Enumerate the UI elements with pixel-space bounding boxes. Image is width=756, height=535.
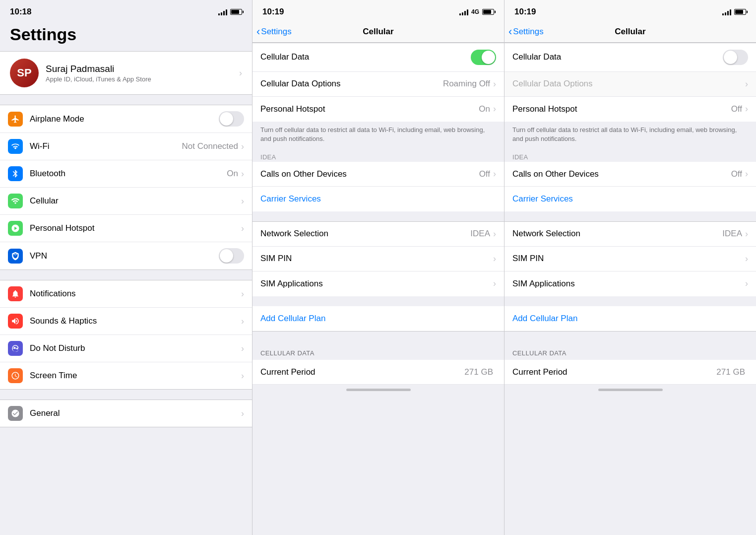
4g-badge: 4G [471, 8, 479, 15]
bluetooth-chevron: › [241, 169, 244, 179]
profile-subtitle: Apple ID, iCloud, iTunes & App Store [46, 75, 239, 83]
settings-row-dnd[interactable]: Do Not Disturb › [0, 335, 252, 362]
carrier-services-row-2[interactable]: Carrier Services [252, 187, 504, 211]
airplane-icon [8, 112, 23, 127]
status-icons-3 [722, 8, 746, 15]
cellular-data-toggle-2[interactable] [471, 50, 496, 65]
settings-row-cellular[interactable]: Cellular › [0, 188, 252, 215]
vpn-icon [8, 249, 23, 264]
profile-chevron: › [239, 68, 242, 78]
cellular-data-row-2[interactable]: Cellular Data [252, 43, 504, 72]
sim-pin-row-2[interactable]: SIM PIN › [252, 247, 504, 271]
status-bar-1: 10:18 [0, 0, 252, 21]
bluetooth-label: Bluetooth [30, 169, 227, 179]
personal-hotspot-row-2[interactable]: Personal Hotspot On › [252, 97, 504, 122]
network-sel-label-3: Network Selection [512, 229, 722, 239]
calls-other-row-2[interactable]: Calls on Other Devices Off › [252, 162, 504, 187]
cellular-scroll-3[interactable]: Cellular Data Cellular Data Options › Pe… [504, 43, 756, 535]
profile-name: Suraj Padmasali [46, 64, 239, 74]
current-period-label-3: Current Period [512, 367, 716, 377]
add-plan-row-2[interactable]: Add Cellular Plan [252, 306, 504, 331]
phone-settings: 10:18 Settings SP Suraj Padmasali Apple … [0, 0, 252, 535]
cellular-data-label-2: Cellular Data [260, 52, 471, 62]
sim-pin-label-2: SIM PIN [260, 254, 493, 264]
airplane-label: Airplane Mode [30, 114, 219, 124]
settings-row-wifi[interactable]: Wi-Fi Not Connected › [0, 133, 252, 160]
personal-hotspot-row-3[interactable]: Personal Hotspot Off › [504, 97, 756, 122]
settings-row-general[interactable]: General › [0, 400, 252, 427]
settings-row-bluetooth[interactable]: Bluetooth On › [0, 160, 252, 188]
hotspot-label: Personal Hotspot [30, 223, 241, 233]
settings-row-airplane[interactable]: Airplane Mode [0, 105, 252, 133]
vpn-toggle[interactable] [219, 248, 244, 264]
idea-label-2: IDEA [252, 149, 504, 162]
back-button-3[interactable]: ‹ Settings [508, 26, 544, 37]
hotspot-value-3: Off [731, 104, 742, 114]
calls-other-row-3[interactable]: Calls on Other Devices Off › [504, 162, 756, 187]
network-sel-value-2: IDEA [470, 229, 490, 239]
status-time-2: 10:19 [262, 7, 284, 17]
cellular-info-text-2: Turn off cellular data to restrict all d… [252, 122, 504, 149]
hotspot-value-2: On [479, 104, 490, 114]
settings-row-screentime[interactable]: Screen Time › [0, 362, 252, 389]
hotspot-row-label-2: Personal Hotspot [260, 104, 479, 114]
add-plan-row-3[interactable]: Add Cellular Plan [504, 306, 756, 331]
carrier-services-label-2[interactable]: Carrier Services [260, 194, 321, 204]
calls-other-chevron-2: › [493, 169, 496, 179]
settings-row-hotspot[interactable]: Personal Hotspot › [0, 215, 252, 242]
cellular-options-value-2: Roaming Off [443, 79, 490, 89]
screentime-icon [8, 368, 23, 383]
nav-title-2: Cellular [363, 27, 393, 37]
calls-other-chevron-3: › [745, 169, 748, 179]
cellular-scroll-2[interactable]: Cellular Data Cellular Data Options Roam… [252, 43, 504, 535]
airplane-toggle[interactable] [219, 111, 244, 127]
sim-apps-row-3[interactable]: SIM Applications › [504, 271, 756, 296]
sim-apps-row-2[interactable]: SIM Applications › [252, 271, 504, 296]
general-icon [8, 406, 23, 421]
carrier-services-row-3[interactable]: Carrier Services [504, 187, 756, 211]
cellular-label: Cellular [30, 196, 241, 206]
status-time-1: 10:18 [10, 7, 31, 17]
idea-label-3: IDEA [504, 149, 756, 162]
profile-row[interactable]: SP Suraj Padmasali Apple ID, iCloud, iTu… [0, 51, 252, 95]
network-selection-row-2[interactable]: Network Selection IDEA › [252, 222, 504, 247]
dnd-label: Do Not Disturb [30, 343, 241, 353]
settings-row-vpn[interactable]: VPN [0, 242, 252, 269]
wifi-label: Wi-Fi [30, 141, 182, 151]
add-plan-label-3[interactable]: Add Cellular Plan [512, 314, 577, 324]
calls-other-label-2: Calls on Other Devices [260, 169, 479, 179]
screentime-label: Screen Time [30, 371, 241, 381]
current-period-row-2: Current Period 271 GB [252, 360, 504, 385]
home-indicator-3 [598, 389, 663, 391]
home-indicator-2 [346, 389, 411, 391]
status-time-3: 10:19 [514, 7, 536, 17]
settings-group-system: Notifications › Sounds & Haptics › Do No… [0, 280, 252, 390]
nav-title-3: Cellular [615, 27, 645, 37]
bluetooth-icon [8, 166, 23, 181]
cellular-data-toggle-3[interactable] [723, 50, 748, 65]
hotspot-chevron: › [241, 223, 244, 234]
cellular-data-section-label-2: CELLULAR DATA [252, 346, 504, 360]
status-bar-3: 10:19 [504, 0, 756, 21]
cellular-data-options-row-2[interactable]: Cellular Data Options Roaming Off › [252, 72, 504, 97]
battery-icon-3 [734, 9, 746, 15]
back-button-2[interactable]: ‹ Settings [256, 26, 292, 37]
add-plan-label-2[interactable]: Add Cellular Plan [260, 314, 325, 324]
network-selection-row-3[interactable]: Network Selection IDEA › [504, 222, 756, 247]
carrier-services-label-3[interactable]: Carrier Services [512, 194, 573, 204]
cellular-data-row-3[interactable]: Cellular Data [504, 43, 756, 72]
settings-row-notifications[interactable]: Notifications › [0, 280, 252, 308]
cellular-data-options-row-3[interactable]: Cellular Data Options › [504, 72, 756, 97]
status-bar-2: 10:19 4G [252, 0, 504, 21]
nav-bar-2: ‹ Settings Cellular [252, 21, 504, 43]
settings-row-sounds[interactable]: Sounds & Haptics › [0, 308, 252, 335]
sim-apps-label-2: SIM Applications [260, 279, 493, 289]
cellular-options-chevron-2: › [493, 79, 496, 89]
nav-bar-3: ‹ Settings Cellular [504, 21, 756, 43]
calls-other-value-2: Off [479, 169, 490, 179]
calls-other-label-3: Calls on Other Devices [512, 169, 731, 179]
network-sel-value-3: IDEA [722, 229, 742, 239]
sim-pin-row-3[interactable]: SIM PIN › [504, 247, 756, 271]
general-chevron: › [241, 408, 244, 419]
screentime-chevron: › [241, 371, 244, 381]
